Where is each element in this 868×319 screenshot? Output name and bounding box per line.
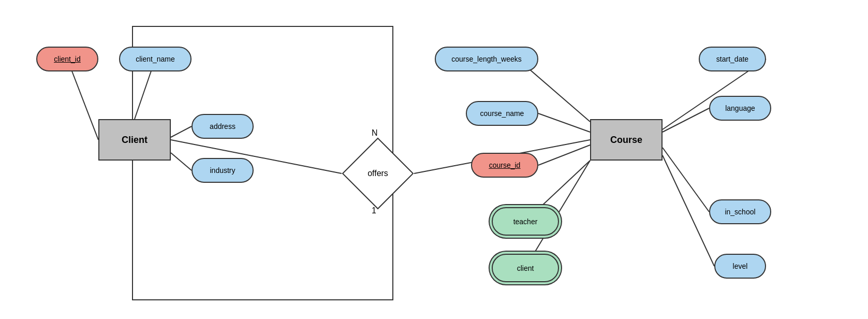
attr-in-school: in_school [709, 199, 771, 224]
entity-client-label: Client [122, 135, 148, 146]
attr-course-name: course_name [466, 101, 538, 126]
attr-teacher-label: teacher [513, 218, 538, 226]
attr-client-name-label: client_name [136, 55, 175, 63]
svg-line-10 [663, 108, 709, 132]
attr-client2-label: client [517, 264, 534, 272]
attr-in-school-label: in_school [725, 208, 755, 216]
attr-client2: client [492, 254, 559, 282]
entity-client: Client [98, 119, 171, 161]
svg-line-12 [663, 155, 714, 266]
attr-course-length-weeks-label: course_length_weeks [451, 55, 521, 63]
relationship-offers-label: offers [367, 169, 388, 178]
attr-course-name-label: course_name [480, 109, 524, 118]
attr-language-label: language [725, 104, 755, 112]
attr-client-id: client_id [36, 47, 98, 71]
attr-address: address [192, 114, 254, 139]
entity-course: Course [590, 119, 663, 161]
attr-start-date: start_date [699, 47, 766, 71]
attr-course-length-weeks: course_length_weeks [435, 47, 538, 71]
attr-teacher: teacher [492, 207, 559, 236]
attr-course-id: course_id [471, 153, 538, 178]
cardinality-1: 1 [372, 206, 376, 215]
svg-line-7 [538, 113, 590, 132]
attr-client-name: client_name [119, 47, 192, 71]
er-diagram: Client Course client_id client_name addr… [0, 0, 868, 319]
svg-line-8 [538, 145, 590, 165]
svg-line-11 [663, 148, 709, 212]
attr-industry: industry [192, 158, 254, 183]
cardinality-n: N [372, 128, 378, 138]
attr-industry-label: industry [210, 166, 235, 175]
attr-level-label: level [733, 262, 748, 270]
relationship-offers: offers [342, 137, 414, 210]
attr-address-label: address [210, 122, 236, 130]
entity-course-label: Course [610, 135, 642, 146]
attr-client-id-label: client_id [54, 55, 80, 63]
attr-course-id-label: course_id [489, 161, 521, 169]
attr-level: level [714, 254, 766, 279]
attr-language: language [709, 96, 771, 121]
attr-start-date-label: start_date [716, 55, 748, 63]
